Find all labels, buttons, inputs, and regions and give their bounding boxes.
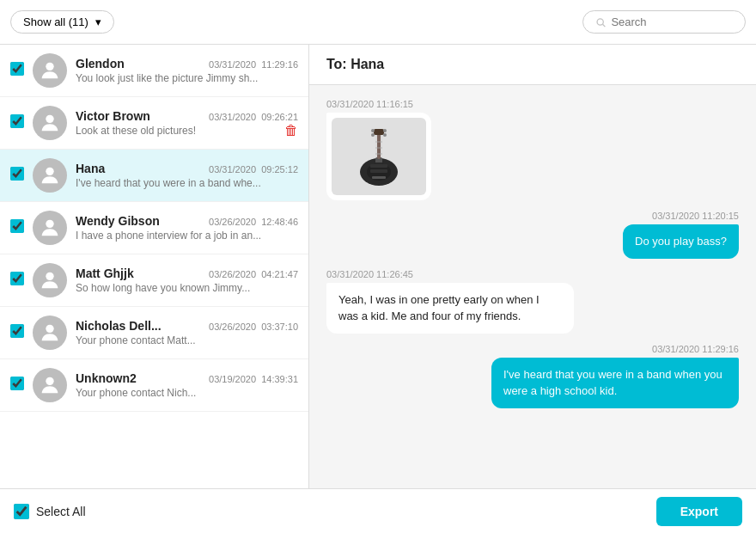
contact-checkbox-wrap <box>10 272 24 289</box>
contact-header: Hana 03/31/2020 09:25:12 <box>76 162 298 175</box>
person-icon <box>38 163 62 187</box>
contact-checkbox[interactable] <box>10 324 24 338</box>
contact-info: Nicholas Dell... 03/26/2020 03:37:10 You… <box>76 319 298 346</box>
contact-info: Glendon 03/31/2020 11:29:16 You look jus… <box>76 57 298 84</box>
search-box <box>582 10 746 34</box>
contact-preview: So how long have you known Jimmy... <box>76 282 298 294</box>
contact-checkbox[interactable] <box>10 219 24 233</box>
contact-header: Unknown2 03/19/2020 14:39:31 <box>76 371 298 385</box>
delete-icon[interactable]: 🗑 <box>284 123 298 138</box>
chevron-down-icon: ▾ <box>95 15 101 28</box>
contact-info: Wendy Gibson 03/26/2020 12:48:46 I have … <box>76 214 298 242</box>
contact-checkbox[interactable] <box>10 62 24 76</box>
msg-timestamp: 03/31/2020 11:26:45 <box>326 269 739 279</box>
svg-rect-13 <box>374 129 384 135</box>
contact-item-unknown2[interactable]: Unknown2 03/19/2020 14:39:31 Your phone … <box>0 359 308 412</box>
contact-checkbox[interactable] <box>10 114 24 128</box>
guitar-image <box>332 118 426 195</box>
person-icon <box>38 373 62 397</box>
contact-preview: I have a phone interview for a job in an… <box>76 230 298 242</box>
svg-point-15 <box>383 129 387 132</box>
contact-date: 03/31/2020 11:29:16 <box>209 59 298 70</box>
contact-date: 03/26/2020 04:21:47 <box>209 269 298 279</box>
contact-info: Unknown2 03/19/2020 14:39:31 Your phone … <box>76 371 298 399</box>
contact-name: Nicholas Dell... <box>76 319 162 333</box>
svg-rect-25 <box>370 164 387 168</box>
person-icon <box>38 111 62 135</box>
message-block-msg2: 03/31/2020 11:20:15 Do you play bass? <box>326 211 739 259</box>
person-icon <box>38 58 62 83</box>
contact-date: 03/26/2020 03:37:10 <box>209 322 298 332</box>
svg-point-16 <box>371 133 375 137</box>
contact-checkbox-wrap <box>10 219 24 236</box>
contact-item-victor-brown[interactable]: Victor Brown 03/31/2020 09:26:21 Look at… <box>0 97 308 150</box>
contact-item-nicholas-dell[interactable]: Nicholas Dell... 03/26/2020 03:37:10 You… <box>0 307 308 359</box>
filter-dropdown[interactable]: Show all (11) ▾ <box>10 10 114 34</box>
search-icon <box>595 16 606 28</box>
avatar <box>33 316 67 350</box>
contact-header: Victor Brown 03/31/2020 09:26:21 <box>76 109 298 123</box>
select-all-wrap: Select All <box>14 504 86 519</box>
avatar <box>33 158 67 193</box>
contact-checkbox[interactable] <box>10 272 24 285</box>
svg-point-4 <box>46 168 53 175</box>
conversation-header: To: Hana <box>309 45 756 85</box>
msg-timestamp: 03/31/2020 11:20:15 <box>326 211 739 221</box>
image-bubble <box>326 113 431 200</box>
contact-preview: Your phone contact Matt... <box>76 334 298 346</box>
svg-point-7 <box>46 325 53 333</box>
select-all-checkbox[interactable] <box>14 504 29 519</box>
svg-point-8 <box>46 377 53 385</box>
conversation-panel: To: Hana 03/31/2020 11:16:15 <box>309 45 756 488</box>
contact-list: Glendon 03/31/2020 11:29:16 You look jus… <box>0 45 309 488</box>
avatar <box>33 211 67 245</box>
svg-rect-26 <box>370 169 387 173</box>
contact-item-glendon[interactable]: Glendon 03/31/2020 11:29:16 You look jus… <box>0 45 308 97</box>
export-button[interactable]: Export <box>656 497 742 526</box>
svg-point-2 <box>46 63 53 70</box>
contact-info: Hana 03/31/2020 09:25:12 I've heard that… <box>76 162 298 189</box>
contact-date: 03/26/2020 12:48:46 <box>209 217 298 227</box>
top-bar: Show all (11) ▾ <box>0 0 756 45</box>
avatar <box>33 368 67 402</box>
msg-timestamp: 03/31/2020 11:29:16 <box>326 344 739 354</box>
person-icon <box>38 268 62 292</box>
contact-name: Hana <box>76 162 105 175</box>
avatar <box>33 53 67 88</box>
contact-checkbox-wrap <box>10 62 24 79</box>
svg-line-1 <box>603 24 606 27</box>
contact-name: Glendon <box>76 57 125 70</box>
sent-bubble: I've heard that you were in a band when … <box>491 358 739 408</box>
contact-date: 03/31/2020 09:26:21 <box>209 112 298 122</box>
main-content: Glendon 03/31/2020 11:29:16 You look jus… <box>0 45 756 488</box>
avatar <box>33 106 67 140</box>
contact-preview: Your phone contact Nich... <box>76 387 298 399</box>
contact-preview: You look just like the picture Jimmy sh.… <box>76 72 298 84</box>
contact-item-matt-ghjjk[interactable]: Matt Ghjjk 03/26/2020 04:21:47 So how lo… <box>0 254 308 307</box>
contact-checkbox-wrap <box>10 114 24 132</box>
guitar-icon <box>344 125 413 189</box>
contact-checkbox-wrap <box>10 377 24 394</box>
contact-header: Matt Ghjjk 03/26/2020 04:21:47 <box>76 266 298 280</box>
contact-name: Victor Brown <box>76 109 150 123</box>
contact-checkbox[interactable] <box>10 377 24 390</box>
contact-date: 03/19/2020 14:39:31 <box>209 374 298 384</box>
sent-bubble: Do you play bass? <box>623 224 739 259</box>
contact-info: Matt Ghjjk 03/26/2020 04:21:47 So how lo… <box>76 266 298 294</box>
contact-checkbox[interactable] <box>10 167 24 181</box>
contact-item-wendy-gibson[interactable]: Wendy Gibson 03/26/2020 12:48:46 I have … <box>0 202 308 254</box>
contact-name: Matt Ghjjk <box>76 266 134 280</box>
svg-point-6 <box>46 273 53 280</box>
svg-point-5 <box>46 220 53 228</box>
contact-preview: Look at these old pictures! <box>76 125 298 137</box>
contact-checkbox-wrap <box>10 324 24 341</box>
contact-item-hana[interactable]: Hana 03/31/2020 09:25:12 I've heard that… <box>0 150 308 202</box>
conversation-to: To: Hana <box>326 57 384 71</box>
message-block-msg3: 03/31/2020 11:26:45 Yeah, I was in one p… <box>326 269 739 334</box>
msg-timestamp: 03/31/2020 11:16:15 <box>326 99 739 109</box>
person-icon <box>38 321 62 345</box>
contact-name: Unknown2 <box>76 371 137 385</box>
contact-preview: I've heard that you were in a band whe..… <box>76 177 298 189</box>
search-input[interactable] <box>611 15 733 28</box>
contact-date: 03/31/2020 09:25:12 <box>209 164 298 175</box>
